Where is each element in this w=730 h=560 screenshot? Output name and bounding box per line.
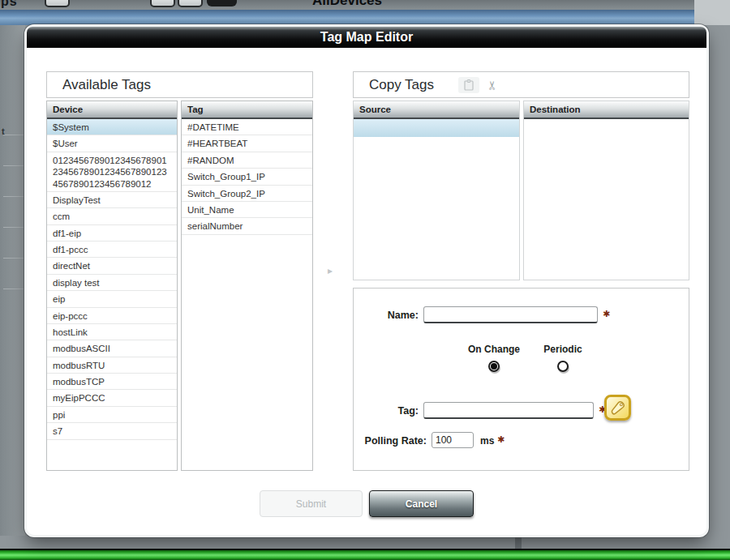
device-rows: $System $User 01234567890123456789012345…	[47, 119, 177, 440]
list-item-label: eip	[53, 294, 65, 304]
list-item[interactable]: display test	[47, 275, 177, 291]
copy-tags-table: Source Destination	[353, 100, 689, 280]
background-panel-corner	[694, 0, 730, 25]
list-item[interactable]: eip-pccc	[47, 308, 177, 324]
tag-rows: #DATETIME #HEARTBEAT #RANDOM Switch_Grou…	[182, 119, 312, 235]
list-item-label: Switch_Group2_IP	[187, 189, 265, 199]
list-item[interactable]: df1-eip	[47, 225, 177, 242]
dialog-titlebar[interactable]: Tag Map Editor	[27, 27, 706, 48]
list-item[interactable]: df1-pccc	[47, 242, 177, 258]
paste-icon[interactable]	[458, 77, 479, 93]
tag-map-editor-dialog: Tag Map Editor Available Tags Device $Sy…	[27, 27, 706, 535]
list-item[interactable]: $System	[47, 119, 177, 135]
radio-button[interactable]	[557, 361, 569, 372]
list-item[interactable]: Unit_Name	[182, 202, 312, 218]
name-label: Name:	[354, 310, 419, 321]
list-item[interactable]: directNet	[47, 258, 177, 274]
background-partial-text: t	[2, 126, 5, 136]
toolbar-dark-button[interactable]	[207, 0, 237, 6]
copy-tags-title: Copy Tags	[369, 77, 434, 93]
background-partial-text: ps	[1, 0, 18, 9]
name-input[interactable]	[423, 306, 598, 323]
tag-map-form: Name: ✱ On Change Periodic Tag: ✱ Pollin…	[353, 288, 689, 471]
list-item-label: df1-eip	[53, 229, 81, 238]
device-list: Device $System $User 0123456789012345678…	[46, 100, 178, 471]
background-left-sidebar: t	[0, 25, 25, 536]
mode-option[interactable]: Periodic	[530, 344, 595, 372]
list-item-label: $User	[53, 139, 78, 148]
tag-browse-button[interactable]	[604, 395, 631, 421]
list-item-label: modbusRTU	[53, 361, 105, 370]
list-item[interactable]: myEipPCCC	[47, 390, 177, 406]
list-item[interactable]: DisplayTest	[47, 192, 177, 208]
cut-icon[interactable]: ✂	[485, 79, 500, 90]
list-item-label: ppi	[53, 410, 65, 420]
available-tags-title: Available Tags	[62, 77, 151, 93]
list-item-label: Unit_Name	[187, 205, 234, 215]
tag-list: Tag #DATETIME #HEARTBEAT #RANDOM Switch_…	[181, 100, 313, 471]
tag-label: Tag:	[354, 405, 419, 417]
mode-radio-group: On Change Periodic	[457, 344, 595, 372]
source-column: Source	[353, 100, 520, 280]
list-item[interactable]: #HEARTBEAT	[182, 135, 312, 152]
panel-arrow-icon: ▸	[328, 265, 333, 276]
destination-column-header: Destination	[524, 101, 689, 119]
list-item[interactable]: eip	[47, 291, 177, 307]
available-tags-panel-title: Available Tags	[46, 71, 313, 98]
list-item-label: 0123456789012345678901234567890123456789…	[53, 156, 167, 189]
list-item[interactable]: serialNumber	[182, 218, 312, 234]
polling-rate-unit: ms	[480, 435, 494, 447]
selected-copy-row[interactable]	[354, 119, 519, 137]
list-item[interactable]: $User	[47, 135, 177, 152]
list-item-label: #DATETIME	[187, 122, 239, 132]
list-item-label: myEipPCCC	[53, 393, 105, 403]
submit-button[interactable]: Submit	[260, 490, 363, 517]
copy-tags-panel-title: Copy Tags ✂	[353, 71, 689, 98]
radio-button[interactable]	[488, 361, 500, 372]
list-item[interactable]: ppi	[47, 407, 177, 423]
polling-rate-input[interactable]	[432, 432, 474, 448]
list-item[interactable]: #DATETIME	[182, 119, 312, 135]
tag-icon	[610, 400, 625, 416]
list-item-label: #RANDOM	[187, 156, 234, 165]
tag-column-header: Tag	[182, 101, 312, 119]
toolbar-button[interactable]	[150, 0, 175, 7]
cancel-button[interactable]: Cancel	[369, 490, 474, 517]
list-item[interactable]: 0123456789012345678901234567890123456789…	[47, 152, 177, 192]
status-bar-green	[0, 549, 730, 560]
list-item-label: s7	[53, 426, 62, 436]
toolbar-button[interactable]	[45, 0, 70, 7]
list-item[interactable]: modbusRTU	[47, 357, 177, 374]
polling-rate-label: Polling Rate:	[354, 435, 427, 447]
required-marker: ✱	[497, 434, 505, 445]
list-item[interactable]: #RANDOM	[182, 152, 312, 169]
list-item-label: $System	[53, 122, 89, 132]
list-item-label: modbusTCP	[53, 377, 105, 387]
list-item[interactable]: hostLink	[47, 324, 177, 340]
tag-input[interactable]	[423, 402, 594, 419]
mode-option[interactable]: On Change	[457, 344, 530, 372]
list-item-label: #HEARTBEAT	[187, 139, 247, 148]
list-item-label: modbusASCII	[53, 344, 110, 353]
background-blue-strip	[0, 10, 730, 25]
dialog-title: Tag Map Editor	[320, 30, 413, 45]
source-column-header: Source	[354, 101, 519, 119]
list-item[interactable]: Switch_Group1_IP	[182, 169, 312, 185]
list-item-label: serialNumber	[187, 221, 243, 231]
destination-column: Destination	[523, 100, 689, 280]
list-item[interactable]: modbusTCP	[47, 374, 177, 390]
list-item-label: eip-pccc	[53, 311, 88, 321]
mode-option-label: Periodic	[543, 344, 582, 355]
list-item-label: DisplayTest	[53, 195, 101, 205]
list-item[interactable]: Switch_Group2_IP	[182, 186, 312, 202]
list-item[interactable]: ccm	[47, 208, 177, 224]
list-item[interactable]: s7	[47, 423, 177, 439]
required-marker: ✱	[603, 309, 610, 319]
list-item[interactable]: modbusASCII	[47, 340, 177, 357]
available-tags-lists: Device $System $User 0123456789012345678…	[46, 100, 313, 471]
list-item-label: directNet	[53, 261, 90, 271]
list-item-label: df1-pccc	[53, 245, 88, 254]
background-divider	[515, 535, 522, 549]
toolbar-button[interactable]	[178, 0, 203, 7]
list-item-label: hostLink	[53, 327, 88, 337]
